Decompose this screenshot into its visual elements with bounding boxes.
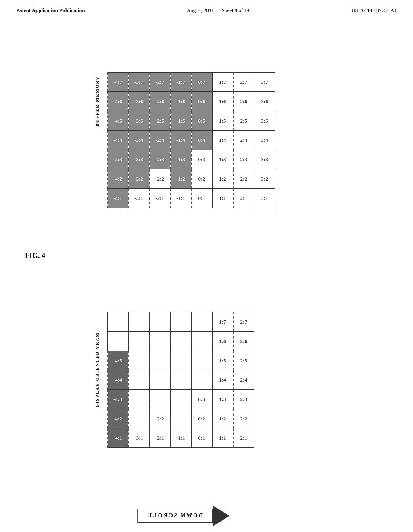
- vram-label: DISPLAY ORIENTED VRAM: [95, 332, 100, 407]
- grid-cell: -3:1: [128, 428, 149, 448]
- grid-cell: -1:3: [170, 150, 191, 169]
- table-row: -4:2 -3:2 -2:2 -1:2 0:2 1:2 2:2 3:2: [107, 169, 275, 189]
- table-row: -4:7 -3:7 -2:7 -1:7 0:7 1:7 2:7 3:7: [107, 73, 275, 92]
- grid-cell: [191, 370, 212, 390]
- grid-cell: [128, 409, 149, 428]
- grid-cell: 2:4: [233, 370, 254, 390]
- header-sheet: Sheet 9 of 14: [222, 7, 250, 13]
- grid-cell: 1:6: [212, 92, 233, 111]
- table-row: 1:6 2:6: [107, 332, 254, 351]
- grid-cell: 3:2: [254, 169, 275, 189]
- grid-cell: -4:5: [107, 111, 128, 131]
- down-scroll-label: DOWN SCROLL: [137, 509, 213, 523]
- grid-cell: 2:3: [233, 150, 254, 169]
- grid-cell: 2:1: [233, 428, 254, 448]
- grid-cell: 0:7: [191, 73, 212, 92]
- grid-cell: 1:7: [212, 312, 233, 332]
- grid-cell: -2:1: [149, 189, 170, 208]
- grid-cell: -1:2: [170, 169, 191, 189]
- grid-cell: [128, 390, 149, 409]
- grid-cell: -3:7: [128, 73, 149, 92]
- grid-cell: [170, 370, 191, 390]
- grid-cell: -3:5: [128, 111, 149, 131]
- grid-cell: [149, 370, 170, 390]
- grid-cell: 0:3: [191, 150, 212, 169]
- table-row: -4:3 0:3 1:3 2:3: [107, 390, 254, 409]
- buffer-memory-label: BUFFER MEMORY: [95, 76, 100, 127]
- grid-cell: 3:4: [254, 131, 275, 150]
- grid-cell: [170, 409, 191, 428]
- grid-cell: [170, 351, 191, 370]
- grid-cell: 2:7: [233, 73, 254, 92]
- grid-cell: -1:5: [170, 111, 191, 131]
- table-row: -4:4 -3:4 -2:4 -1:4 0:4 1:4 2:4 3:4: [107, 131, 275, 150]
- grid-cell: [149, 390, 170, 409]
- grid-cell: [149, 351, 170, 370]
- grid-cell: -1:1: [170, 189, 191, 208]
- grid-cell: -1:1: [170, 428, 191, 448]
- grid-cell: [149, 332, 170, 351]
- grid-cell: -4:2: [107, 169, 128, 189]
- grid-cell: -4:3: [107, 390, 128, 409]
- grid-cell: -1:6: [170, 92, 191, 111]
- grid-cell: 0:2: [191, 409, 212, 428]
- grid-cell: 2:2: [233, 409, 254, 428]
- table-row: -4:6 -3:6 -2:6 -1:6 0:6 1:6 2:6 3:6: [107, 92, 275, 111]
- header-date: Aug. 4, 2011: [187, 7, 214, 13]
- table-row: -4:1 -3:1 -2:1 -1:1 0:1 1:1 2:1: [107, 428, 254, 448]
- grid-cell: [107, 312, 128, 332]
- grid-cell: -2:2: [149, 169, 170, 189]
- header-patent-number: US 2011/0187751 A1: [351, 7, 397, 14]
- grid-cell: 1:7: [212, 73, 233, 92]
- grid-cell: [128, 370, 149, 390]
- grid-cell: 2:6: [233, 92, 254, 111]
- header-date-sheet: Aug. 4, 2011 Sheet 9 of 14: [187, 7, 250, 14]
- grid-cell: -3:6: [128, 92, 149, 111]
- down-scroll-area: DOWN SCROLL: [137, 505, 229, 526]
- grid-cell: -4:1: [107, 189, 128, 208]
- grid-cell: -4:4: [107, 131, 128, 150]
- grid-cell: [191, 332, 212, 351]
- grid-cell: -3:4: [128, 131, 149, 150]
- grid-cell: [128, 312, 149, 332]
- buffer-memory-grid: -4:7 -3:7 -2:7 -1:7 0:7 1:7 2:7 3:7 -4:6…: [107, 72, 275, 208]
- grid-cell: [170, 390, 191, 409]
- grid-cell: -2:1: [149, 428, 170, 448]
- grid-cell: 1:3: [212, 150, 233, 169]
- grid-cell: 0:6: [191, 92, 212, 111]
- grid-cell: -2:2: [149, 409, 170, 428]
- grid-cell: 2:6: [233, 332, 254, 351]
- grid-cell: 0:4: [191, 131, 212, 150]
- grid-cell: 1:1: [212, 428, 233, 448]
- table-row: -4:5 -3:5 -2:5 -1:5 0:5 1:5 2:5 3:5: [107, 111, 275, 131]
- grid-cell: -3:1: [128, 189, 149, 208]
- grid-cell: 3:1: [254, 189, 275, 208]
- grid-cell: 0:2: [191, 169, 212, 189]
- grid-cell: 1:2: [212, 169, 233, 189]
- grid-cell: 0:5: [191, 111, 212, 131]
- table-row: -4:2 -2:2 0:2 1:2 2:2: [107, 409, 254, 428]
- grid-cell: 3:6: [254, 92, 275, 111]
- grid-cell: -2:4: [149, 131, 170, 150]
- grid-cell: [191, 312, 212, 332]
- grid-cell: [128, 351, 149, 370]
- table-row: -4:3 -3:3 -2:3 -1:3 0:3 1:3 2:3 3:3: [107, 150, 275, 169]
- grid-cell: -3:2: [128, 169, 149, 189]
- fig-label: FIG. 4: [25, 251, 45, 260]
- grid-cell: 0:3: [191, 390, 212, 409]
- grid-cell: [170, 332, 191, 351]
- grid-cell: -4:3: [107, 150, 128, 169]
- buffer-grid-table: -4:7 -3:7 -2:7 -1:7 0:7 1:7 2:7 3:7 -4:6…: [107, 72, 275, 208]
- vram-grid-table: 1:7 2:7 1:6 2:6 -4:5: [107, 312, 254, 448]
- grid-cell: 1:3: [212, 390, 233, 409]
- grid-cell: 3:3: [254, 150, 275, 169]
- header-publisher: Patent Application Publication: [16, 7, 85, 14]
- grid-cell: -4:6: [107, 92, 128, 111]
- grid-cell: 1:4: [212, 131, 233, 150]
- grid-cell: -2:5: [149, 111, 170, 131]
- table-row: -4:5 1:5 2:5: [107, 351, 254, 370]
- grid-cell: [191, 351, 212, 370]
- grid-cell: [107, 332, 128, 351]
- grid-cell: -3:3: [128, 150, 149, 169]
- grid-cell: -2:6: [149, 92, 170, 111]
